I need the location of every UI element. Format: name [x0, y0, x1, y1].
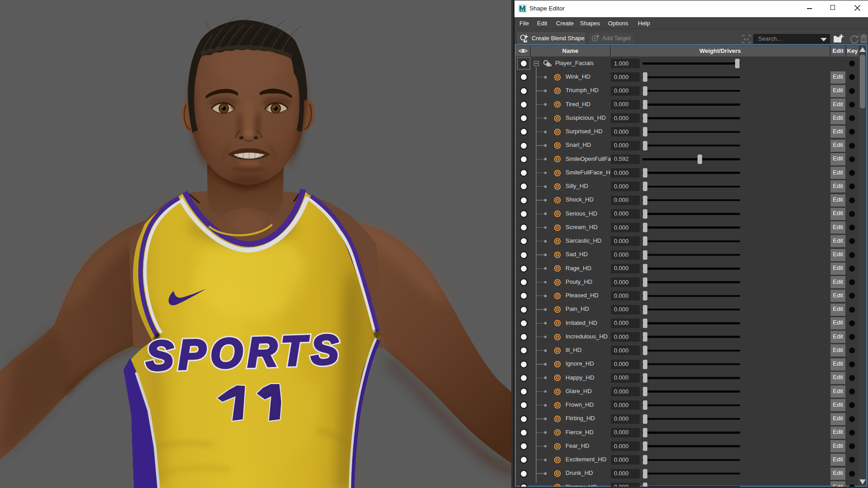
svg-text:SPORTS: SPORTS — [145, 326, 344, 379]
